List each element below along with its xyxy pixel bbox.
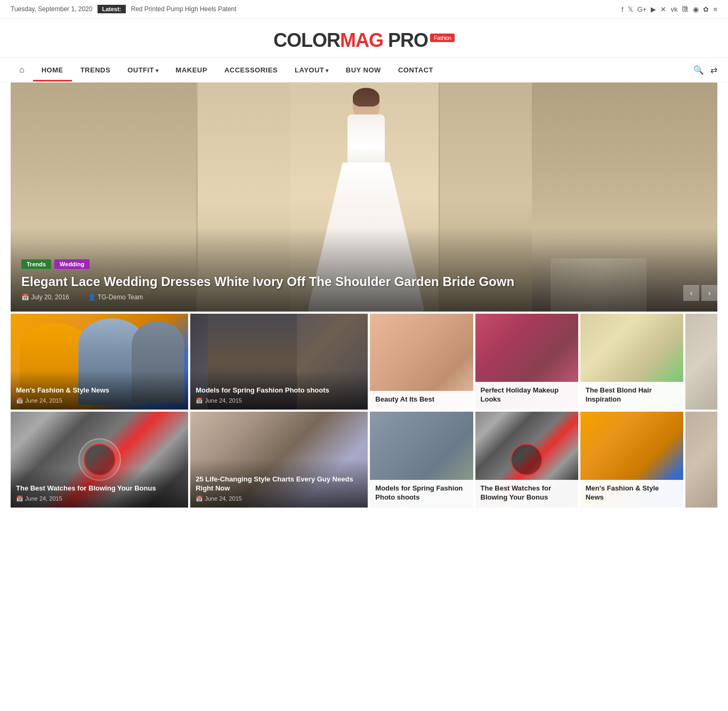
podcast-icon[interactable]: ✿ bbox=[703, 5, 709, 13]
card-date-style-charts: 📅 June 24, 2015 bbox=[196, 495, 362, 502]
card-overlay-spring: Models for Spring Fashion Photo shoots 📅… bbox=[190, 370, 368, 410]
card-watches[interactable]: The Best Watches for Blowing Your Bonus … bbox=[11, 412, 188, 508]
facebook-icon[interactable]: f bbox=[621, 5, 624, 13]
vimeo-icon[interactable]: ▶ bbox=[651, 5, 656, 13]
search-button[interactable]: 🔍 bbox=[693, 65, 704, 75]
card-overlay-mens-fashion: Men's Fashion & Style News 📅 June 24, 20… bbox=[11, 370, 188, 410]
nav-contact[interactable]: CONTACT bbox=[390, 59, 442, 81]
rss-icon[interactable]: ≡ bbox=[713, 5, 717, 13]
logo-color: COLOR bbox=[273, 29, 340, 51]
card-title-style-charts: 25 Life-Changing Style Charts Every Guy … bbox=[196, 475, 362, 493]
card-partial-1 bbox=[685, 314, 717, 410]
card-image-partial-2 bbox=[685, 412, 717, 508]
instagram-icon[interactable]: ◉ bbox=[693, 5, 699, 13]
nav-buynow[interactable]: BUY NOW bbox=[337, 59, 390, 81]
logo-pro: PRO bbox=[383, 29, 428, 51]
nav-accessories[interactable]: ACCESSORIES bbox=[216, 59, 286, 81]
card-overlay-style-charts: 25 Life-Changing Style Charts Every Guy … bbox=[190, 459, 368, 508]
card-image-partial-1 bbox=[685, 314, 717, 410]
card-holiday-makeup[interactable]: Perfect Holiday Makeup Looks bbox=[475, 314, 578, 410]
googleplus-icon[interactable]: G+ bbox=[637, 5, 647, 13]
card-title-mens-fashion-sm: Men's Fashion & Style News bbox=[586, 484, 678, 502]
date-label: Tuesday, September 1, 2020 bbox=[11, 5, 92, 13]
hero-tag-wedding[interactable]: Wedding bbox=[54, 259, 90, 269]
card-spring-fashion[interactable]: Models for Spring Fashion Photo shoots 📅… bbox=[190, 314, 368, 410]
hero-next-button[interactable]: › bbox=[701, 285, 717, 301]
card-overlay-mens-fashion-sm: Men's Fashion & Style News bbox=[580, 480, 683, 508]
card-blond-hair[interactable]: The Best Blond Hair Inspiration bbox=[580, 314, 683, 410]
nav-makeup[interactable]: MAKEUP bbox=[167, 59, 216, 81]
hero-tag-trends[interactable]: Trends bbox=[21, 259, 51, 269]
card-watches-sm[interactable]: The Best Watches for Blowing Your Bonus bbox=[475, 412, 578, 508]
top-bar: Tuesday, September 1, 2020 Latest: Red P… bbox=[0, 0, 728, 19]
hero-slider: Trends Wedding Elegant Lace Wedding Dres… bbox=[11, 83, 717, 312]
hero-prev-button[interactable]: ‹ bbox=[683, 285, 699, 301]
hero-nav-buttons: ‹ › bbox=[683, 285, 717, 301]
hero-slide: Trends Wedding Elegant Lace Wedding Dres… bbox=[11, 83, 717, 312]
nav-outfit[interactable]: OUTFIT▾ bbox=[119, 59, 167, 81]
xing-icon[interactable]: ✕ bbox=[660, 5, 666, 13]
twitter-icon[interactable]: 𝕏 bbox=[628, 5, 633, 13]
hero-overlay: Trends Wedding Elegant Lace Wedding Dres… bbox=[11, 227, 717, 312]
vk-icon[interactable]: vk bbox=[670, 5, 677, 13]
card-title-blond-hair: The Best Blond Hair Inspiration bbox=[586, 386, 678, 404]
latest-text: Red Printed Pump High Heels Patent bbox=[131, 5, 237, 13]
site-logo[interactable]: COLORMAG PROFashion bbox=[273, 29, 455, 51]
card-title-watches-sm: The Best Watches for Blowing Your Bonus bbox=[481, 484, 573, 502]
card-title-beauty: Beauty At Its Best bbox=[375, 395, 467, 404]
card-overlay-beauty: Beauty At Its Best bbox=[370, 391, 473, 410]
card-style-charts[interactable]: 25 Life-Changing Style Charts Every Guy … bbox=[190, 412, 368, 508]
card-date-spring: 📅 June 24, 2015 bbox=[196, 397, 362, 404]
hero-author: 👤 TG-Demo Team bbox=[88, 293, 151, 301]
site-header: COLORMAG PROFashion bbox=[0, 19, 728, 57]
hero-meta: 📅 July 20, 2016 👤 TG-Demo Team bbox=[21, 293, 707, 301]
card-title-mens-fashion: Men's Fashion & Style News bbox=[16, 386, 183, 395]
card-overlay-fashion-photo-sm: Models for Spring Fashion Photo shoots bbox=[370, 480, 473, 508]
hero-title: Elegant Lace Wedding Dresses White Ivory… bbox=[21, 274, 707, 289]
nav-layout[interactable]: LAYOUT▾ bbox=[286, 59, 337, 81]
card-partial-2 bbox=[685, 412, 717, 508]
home-nav-icon[interactable]: ⌂ bbox=[11, 58, 33, 82]
latest-badge: Latest: bbox=[98, 5, 125, 13]
grid-section: Men's Fashion & Style News 📅 June 24, 20… bbox=[11, 314, 717, 508]
main-nav: ⌂ HOME TRENDS OUTFIT▾ MAKEUP ACCESSORIES… bbox=[0, 57, 728, 83]
outfit-arrow: ▾ bbox=[156, 68, 159, 73]
card-title-holiday-makeup: Perfect Holiday Makeup Looks bbox=[481, 386, 573, 404]
logo-fashion-badge: Fashion bbox=[430, 34, 455, 42]
card-overlay-holiday-makeup: Perfect Holiday Makeup Looks bbox=[475, 382, 578, 410]
hero-tags: Trends Wedding bbox=[21, 259, 707, 269]
nav-home[interactable]: HOME bbox=[33, 59, 72, 81]
card-date-watches: 📅 June 24, 2015 bbox=[16, 495, 183, 502]
top-bar-left: Tuesday, September 1, 2020 Latest: Red P… bbox=[11, 5, 237, 13]
grid-row-2: The Best Watches for Blowing Your Bonus … bbox=[11, 412, 717, 508]
card-overlay-blond-hair: The Best Blond Hair Inspiration bbox=[580, 382, 683, 410]
card-mens-fashion-sm[interactable]: Men's Fashion & Style News bbox=[580, 412, 683, 508]
logo-mag: MAG bbox=[340, 29, 383, 51]
nav-trends[interactable]: TRENDS bbox=[72, 59, 119, 81]
grid-row-1: Men's Fashion & Style News 📅 June 24, 20… bbox=[11, 314, 717, 410]
shuffle-button[interactable]: ⇄ bbox=[710, 65, 717, 75]
social-icons: f 𝕏 G+ ▶ ✕ vk 微 ◉ ✿ ≡ bbox=[621, 4, 717, 14]
card-overlay-watches-sm: The Best Watches for Blowing Your Bonus bbox=[475, 480, 578, 508]
card-title-fashion-photo-sm: Models for Spring Fashion Photo shoots bbox=[375, 484, 467, 502]
card-overlay-watches: The Best Watches for Blowing Your Bonus … bbox=[11, 468, 188, 508]
card-fashion-photo-sm[interactable]: Models for Spring Fashion Photo shoots bbox=[370, 412, 473, 508]
card-beauty[interactable]: Beauty At Its Best bbox=[370, 314, 473, 410]
card-mens-fashion[interactable]: Men's Fashion & Style News 📅 June 24, 20… bbox=[11, 314, 188, 410]
hero-date: 📅 July 20, 2016 bbox=[21, 293, 78, 301]
layout-arrow: ▾ bbox=[326, 68, 329, 73]
card-date-mens-fashion: 📅 June 24, 2015 bbox=[16, 397, 183, 404]
card-title-spring: Models for Spring Fashion Photo shoots bbox=[196, 386, 362, 395]
weibo-icon[interactable]: 微 bbox=[682, 4, 689, 14]
nav-right: 🔍 ⇄ bbox=[693, 65, 717, 75]
card-title-watches: The Best Watches for Blowing Your Bonus bbox=[16, 484, 183, 493]
